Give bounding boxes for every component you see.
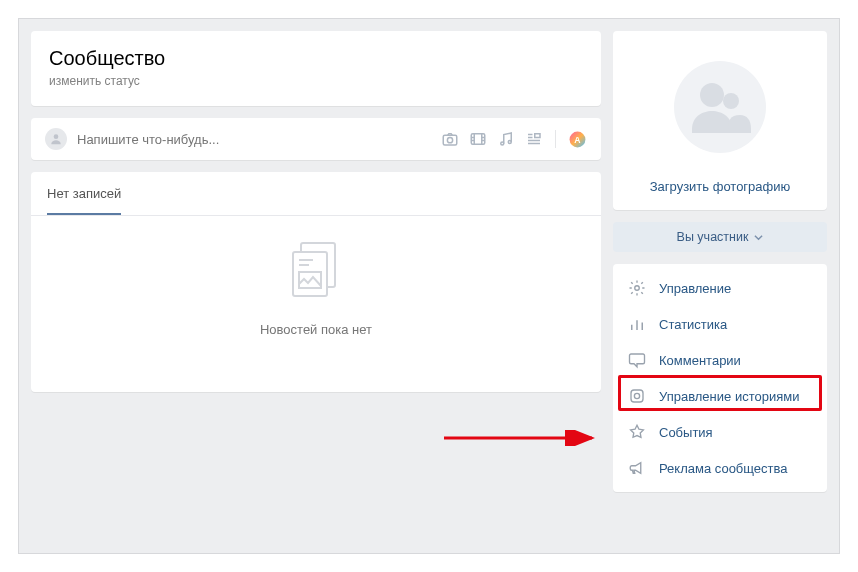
- tab-no-posts[interactable]: Нет записей: [47, 172, 121, 215]
- menu-item-comments[interactable]: Комментарии: [613, 342, 827, 378]
- svg-point-14: [723, 93, 739, 109]
- svg-point-2: [447, 138, 452, 143]
- empty-feed-icon: [289, 286, 343, 303]
- megaphone-icon: [627, 458, 647, 478]
- svg-point-4: [501, 142, 504, 145]
- svg-point-13: [700, 83, 724, 107]
- menu-item-stories[interactable]: Управление историями: [613, 378, 827, 414]
- music-icon[interactable]: [497, 130, 515, 148]
- svg-point-0: [54, 134, 59, 139]
- video-icon[interactable]: [469, 130, 487, 148]
- menu-label: Управление историями: [659, 389, 799, 404]
- community-header: Сообщество изменить статус: [31, 31, 601, 106]
- separator: [555, 130, 556, 148]
- group-avatar-placeholder-icon: [674, 61, 766, 153]
- svg-text:A: A: [574, 134, 581, 144]
- bars-icon: [627, 314, 647, 334]
- post-composer[interactable]: A: [31, 118, 601, 160]
- membership-button[interactable]: Вы участник: [613, 222, 827, 252]
- community-title: Сообщество: [49, 47, 583, 70]
- composer-input[interactable]: [77, 132, 441, 147]
- membership-button-label: Вы участник: [677, 230, 749, 244]
- menu-label: Реклама сообщества: [659, 461, 788, 476]
- manage-menu: Управление Статистика Комментарии Управл…: [613, 264, 827, 492]
- menu-item-manage[interactable]: Управление: [613, 270, 827, 306]
- camera-icon[interactable]: [441, 130, 459, 148]
- empty-feed-text: Новостей пока нет: [31, 322, 601, 337]
- menu-item-events[interactable]: События: [613, 414, 827, 450]
- svg-point-15: [635, 286, 640, 291]
- gear-icon: [627, 278, 647, 298]
- stories-icon: [627, 386, 647, 406]
- menu-label: Управление: [659, 281, 731, 296]
- menu-label: Комментарии: [659, 353, 741, 368]
- menu-item-statistics[interactable]: Статистика: [613, 306, 827, 342]
- svg-rect-3: [471, 134, 485, 145]
- article-icon[interactable]: [525, 130, 543, 148]
- svg-rect-1: [443, 135, 457, 145]
- poster-icon[interactable]: A: [568, 130, 587, 149]
- feed-card: Нет записей Новостей пока нет: [31, 172, 601, 392]
- upload-photo-link[interactable]: Загрузить фотографию: [623, 179, 817, 194]
- chevron-down-icon: [754, 233, 763, 242]
- svg-rect-16: [631, 390, 643, 402]
- menu-item-advertising[interactable]: Реклама сообщества: [613, 450, 827, 486]
- user-avatar-icon: [45, 128, 67, 150]
- change-status-link[interactable]: изменить статус: [49, 74, 583, 88]
- svg-point-5: [508, 141, 511, 144]
- star-icon: [627, 422, 647, 442]
- svg-point-17: [634, 393, 639, 398]
- menu-label: Статистика: [659, 317, 727, 332]
- community-photo-card: Загрузить фотографию: [613, 31, 827, 210]
- menu-label: События: [659, 425, 713, 440]
- comment-icon: [627, 350, 647, 370]
